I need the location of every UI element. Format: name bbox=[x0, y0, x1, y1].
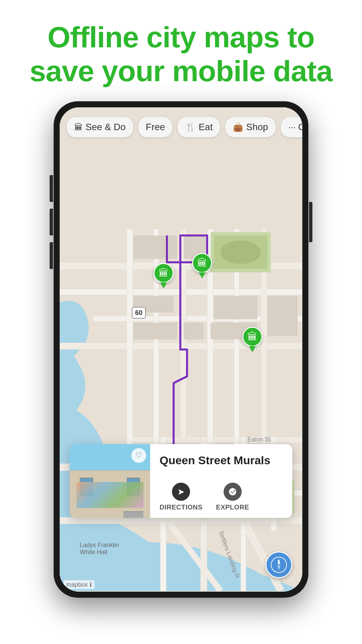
directions-button[interactable]: ➤ DIRECTIONS bbox=[160, 483, 202, 511]
explore-button[interactable]: EXPLORE bbox=[216, 483, 249, 511]
headline-section: Offline city maps to save your mobile da… bbox=[0, 0, 362, 101]
map-pin-3[interactable]: 🏛 bbox=[242, 327, 263, 352]
filter-chip-free-label: Free bbox=[146, 122, 165, 132]
map-area: → 🏛 See & Do Free bbox=[60, 107, 302, 592]
svg-rect-23 bbox=[133, 235, 177, 259]
card-title: Queen Street Murals bbox=[160, 453, 283, 467]
headline-text: Offline city maps to save your mobile da… bbox=[20, 20, 342, 88]
map-background: → bbox=[60, 107, 302, 592]
filter-chip-shop-label: Shop bbox=[246, 122, 268, 132]
info-card: ♡ Queen Street Murals ➤ DIRECTIONS bbox=[70, 444, 292, 518]
phone-frame: → 🏛 See & Do Free bbox=[54, 101, 308, 598]
explore-label: EXPLORE bbox=[216, 503, 249, 511]
filter-chip-other-label: Other bbox=[298, 122, 302, 132]
filter-chip-other[interactable]: ··· Other bbox=[281, 117, 302, 138]
card-actions: ➤ DIRECTIONS EXPLORE bbox=[160, 483, 283, 511]
map-attribution: mapbox ℹ bbox=[64, 580, 95, 589]
explore-icon bbox=[224, 483, 242, 501]
map-pin-2[interactable]: 🏛 bbox=[191, 253, 213, 278]
filter-chip-see-do[interactable]: 🏛 See & Do bbox=[66, 117, 133, 138]
other-icon: ··· bbox=[288, 122, 296, 132]
pin-circle-2: 🏛 bbox=[192, 253, 212, 273]
filter-bar: 🏛 See & Do Free 🍴 Eat 👜 Shop bbox=[60, 117, 302, 138]
eat-icon: 🍴 bbox=[185, 122, 196, 132]
filter-chip-see-do-label: See & Do bbox=[85, 122, 126, 132]
svg-point-21 bbox=[221, 240, 261, 264]
card-content: Queen Street Murals ➤ DIRECTIONS EXPLORE bbox=[150, 444, 292, 518]
svg-rect-27 bbox=[133, 323, 177, 339]
map-pin-1[interactable]: 🏛 bbox=[153, 263, 174, 288]
card-image: ♡ bbox=[70, 444, 150, 518]
svg-rect-28 bbox=[184, 323, 204, 339]
pin-circle-3: 🏛 bbox=[242, 327, 262, 347]
svg-rect-30 bbox=[267, 296, 298, 336]
pin-circle-1: 🏛 bbox=[154, 263, 174, 283]
phone-wrapper: → 🏛 See & Do Free bbox=[0, 101, 362, 618]
directions-label: DIRECTIONS bbox=[160, 503, 202, 511]
shop-icon: 👜 bbox=[233, 122, 243, 132]
svg-text:N: N bbox=[278, 559, 280, 562]
compass-icon: N bbox=[270, 556, 287, 573]
svg-rect-8 bbox=[60, 517, 302, 524]
svg-rect-25 bbox=[214, 296, 257, 319]
directions-icon: ➤ bbox=[172, 483, 190, 501]
filter-chip-eat[interactable]: 🍴 Eat bbox=[177, 117, 220, 138]
road-shield-60-top: 60 bbox=[132, 307, 146, 319]
compass[interactable]: N bbox=[265, 551, 292, 578]
filter-chip-free[interactable]: Free bbox=[138, 117, 173, 138]
see-do-icon: 🏛 bbox=[74, 122, 83, 132]
filter-chip-eat-label: Eat bbox=[198, 122, 213, 132]
filter-chip-shop[interactable]: 👜 Shop bbox=[225, 117, 276, 138]
phone-screen: → 🏛 See & Do Free bbox=[60, 107, 302, 592]
